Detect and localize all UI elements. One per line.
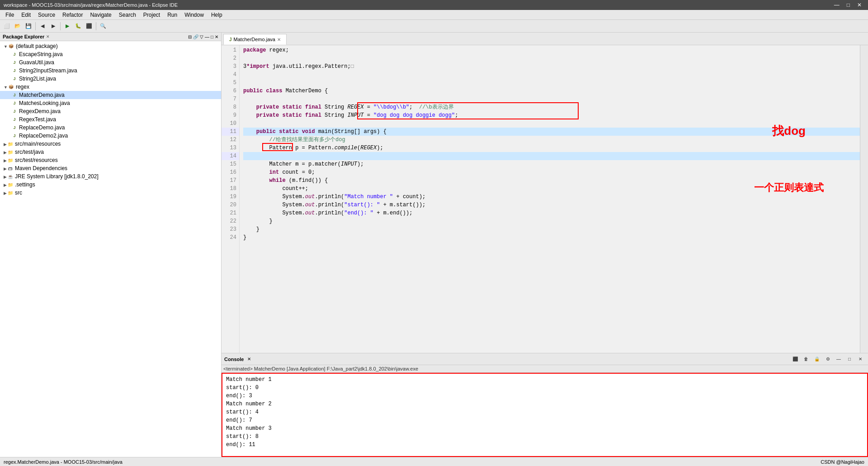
toolbar-search[interactable]: 🔍 <box>98 21 108 31</box>
console-title: Console <box>224 357 244 362</box>
line-num-16: 16 <box>222 168 239 176</box>
tree-item-replacedemo2[interactable]: J ReplaceDemo2.java <box>0 132 221 140</box>
close-button[interactable]: ✕ <box>854 2 864 8</box>
tree-item-jre[interactable]: ☕ JRE System Library [jdk1.8.0_202] <box>0 172 221 181</box>
tree-item-default-pkg[interactable]: 📦 (default package) <box>0 42 221 50</box>
menu-run[interactable]: Run <box>164 11 181 19</box>
line-num-21: 21 <box>222 209 239 217</box>
pkg-icon: 📦 <box>8 43 15 50</box>
toolbar-save[interactable]: 💾 <box>24 21 33 31</box>
tree-label: String2InputStream.java <box>19 67 77 74</box>
menu-project[interactable]: Project <box>140 11 164 19</box>
console-content: Match number 1 start(): 0 end(): 3 Match… <box>222 373 868 457</box>
code-line-18: count++; <box>243 185 860 193</box>
java-file-icon: J <box>11 132 18 139</box>
toolbar-forward[interactable]: ▶ <box>48 21 58 31</box>
menu-file[interactable]: File <box>2 11 18 19</box>
tree-item-matcheslooking[interactable]: J MatchesLooking.java <box>0 99 221 107</box>
tree-item-maven[interactable]: 🗃 Maven Dependencies <box>0 164 221 172</box>
status-bar: regex.MatcherDemo.java - MOOC15-03/src/m… <box>0 457 868 466</box>
line-num-8: 8 <box>222 103 239 111</box>
console-line-1: Match number 1 <box>226 376 863 384</box>
code-top: 1 2 3 4 5 6 7 8 9 10 11 12 13 14 15 16 1… <box>222 45 868 353</box>
menu-edit[interactable]: Edit <box>18 11 34 19</box>
code-line-19: System.out.println("Match number " + cou… <box>243 193 860 201</box>
toolbar-debug[interactable]: 🐛 <box>73 21 83 31</box>
code-line-2 <box>243 54 860 62</box>
code-line-12: //给查找结果里面有多少个dog <box>243 136 860 144</box>
expand-icon <box>4 181 7 188</box>
tree-item-src-test-java[interactable]: 📁 src/test/java <box>0 148 221 156</box>
tree-label: RegexDemo.java <box>19 108 61 114</box>
console-minimize[interactable]: — <box>834 354 844 364</box>
menu-help[interactable]: Help <box>208 11 226 19</box>
console-close[interactable]: ✕ <box>855 354 865 364</box>
line-num-24: 24 <box>222 233 239 242</box>
console-clear[interactable]: 🗑 <box>801 354 811 364</box>
line-num-15: 15 <box>222 160 239 168</box>
console-maximize[interactable]: □ <box>844 354 854 364</box>
minimize-button[interactable]: — <box>831 2 842 8</box>
right-sidebar <box>860 45 868 353</box>
pkg-icon: 📦 <box>8 83 15 90</box>
tree-item-replacedemo[interactable]: J ReplaceDemo.java <box>0 124 221 132</box>
tree-item-regexdemo[interactable]: J RegexDemo.java <box>0 107 221 115</box>
menu-window[interactable]: Window <box>181 11 208 19</box>
tree-item-src-test-res[interactable]: 📁 src/test/resources <box>0 156 221 164</box>
toolbar-sep1 <box>35 22 36 30</box>
toolbar-run[interactable]: ▶ <box>62 21 72 31</box>
code-line-8: private static final String REGEX = "\\b… <box>243 103 860 111</box>
toolbar-stop[interactable]: ⬛ <box>84 21 94 31</box>
line-num-17: 17 <box>222 176 239 185</box>
console-scroll-lock[interactable]: 🔒 <box>812 354 822 364</box>
tree-item-escape[interactable]: J EscapeString.java <box>0 50 221 58</box>
expand-icon <box>4 190 7 196</box>
tree-item-string2list[interactable]: J String2List.java <box>0 75 221 83</box>
toolbar-open[interactable]: 📂 <box>13 21 23 31</box>
menu-source[interactable]: Source <box>34 11 59 19</box>
maximize-button[interactable]: □ <box>844 2 853 8</box>
console-tab-close[interactable]: ✕ <box>247 357 251 361</box>
tab-close-icon[interactable]: ✕ <box>277 37 281 42</box>
toolbar-new[interactable]: ⬜ <box>2 21 12 31</box>
line-num-7: 7 <box>222 95 239 103</box>
menu-navigate[interactable]: Navigate <box>86 11 115 19</box>
code-line-13: Pattern p = Pattern.compile(REGEX); <box>243 144 860 152</box>
tree-label: src/test/java <box>15 149 44 155</box>
pe-minimize-icon[interactable]: — <box>205 34 209 39</box>
tree-item-regextest[interactable]: J RegexTest.java <box>0 115 221 124</box>
menu-search[interactable]: Search <box>115 11 140 19</box>
expand-icon <box>4 84 8 90</box>
pe-close-icon[interactable]: ✕ <box>215 34 218 39</box>
toolbar-back[interactable]: ◀ <box>38 21 47 31</box>
menu-refactor[interactable]: Refactor <box>59 11 86 19</box>
line-num-22: 22 <box>222 217 239 225</box>
console-line-7: Match number 3 <box>226 424 863 433</box>
tab-label: MatcherDemo.java <box>234 37 275 42</box>
line-num-20: 20 <box>222 201 239 209</box>
console-props[interactable]: ⚙ <box>823 354 833 364</box>
java-file-icon: J <box>11 91 18 99</box>
title-bar: workspace - MOOC15-03/src/main/java/rege… <box>0 0 868 10</box>
pe-collapse-icon[interactable]: ⊟ <box>188 34 192 39</box>
tree-item-regex-pkg[interactable]: 📦 regex <box>0 83 221 91</box>
tree-label: .settings <box>15 181 35 188</box>
tree-item-settings[interactable]: 📁 .settings <box>0 181 221 189</box>
tree-item-src[interactable]: 📁 src <box>0 189 221 197</box>
tree-item-matcherdemo[interactable]: J MatcherDemo.java <box>0 91 221 99</box>
pe-maximize-icon[interactable]: □ <box>211 34 213 39</box>
pe-link-icon[interactable]: 🔗 <box>193 34 198 39</box>
tree-item-src-main-res[interactable]: 📁 src/main/resources <box>0 140 221 148</box>
line-num-2: 2 <box>222 54 239 62</box>
tree-item-string2is[interactable]: J String2InputStream.java <box>0 67 221 75</box>
editor-tab-matcherdemo[interactable]: J MatcherDemo.java ✕ <box>223 34 287 45</box>
tree-item-guava[interactable]: J GuavaUtil.java <box>0 58 221 67</box>
pe-menu-icon[interactable]: ▽ <box>200 34 203 39</box>
console-terminate[interactable]: ⬛ <box>790 354 800 364</box>
code-content[interactable]: 找dog 一个正则表達式 package regex; 3*import jav… <box>240 45 860 353</box>
src-icon: 📁 <box>7 189 14 196</box>
code-line-6: public class MatcherDemo { <box>243 87 860 95</box>
console-line-8: start(): 8 <box>226 433 863 441</box>
code-line-16: int count = 0; <box>243 168 860 176</box>
console-line-3: end(): 3 <box>226 392 863 400</box>
